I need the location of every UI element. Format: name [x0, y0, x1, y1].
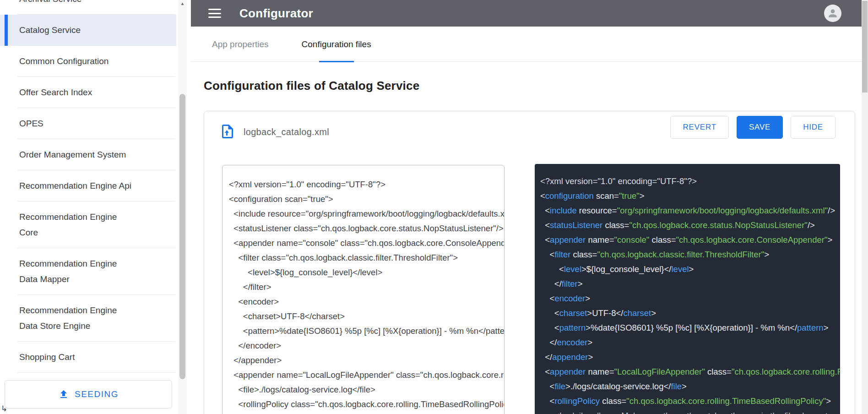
code-line: </appender>: [540, 350, 835, 365]
code-line: <?xml version="1.0" encoding="UTF-8"?>: [540, 174, 835, 189]
code-line: <file>./logs/catalog-service.log</file>: [540, 379, 835, 394]
upload-icon: [58, 389, 69, 400]
seeding-button[interactable]: SEEDING: [5, 380, 172, 409]
code-line: <!-- daily rollover. Make sure the path …: [540, 409, 835, 414]
code-line: <include resource="org/springframework/b…: [540, 203, 835, 218]
config-file-card: logback_catalog.xml REVERT SAVE HIDE <?x…: [204, 111, 855, 414]
code-line: </filter>: [540, 277, 835, 291]
sidebar-item-common-configuration[interactable]: Common Configuration: [0, 46, 176, 77]
sidebar-item-label: Order Management System: [19, 147, 126, 163]
sidebar-item-label: Recommendation Engine Data Mapper: [19, 256, 137, 287]
sidebar-item-label: OPES: [19, 116, 43, 131]
sidebar-item-label: Archival Service: [19, 0, 81, 7]
app-header: Configurator: [191, 0, 862, 27]
page-scrollbar[interactable]: [862, 0, 868, 414]
hamburger-menu-icon[interactable]: [208, 9, 221, 18]
page-scrollbar-thumb[interactable]: [862, 1, 868, 93]
service-list: Archival Service Catalog Service Common …: [0, 0, 176, 373]
hide-button[interactable]: HIDE: [791, 116, 835, 139]
sidebar-item-label: Common Configuration: [19, 54, 108, 69]
code-line: <rollingPolicy class="ch.qos.logback.cor…: [540, 394, 835, 409]
code-line: <encoder>: [540, 291, 835, 306]
sidebar-item-opes[interactable]: OPES: [0, 108, 176, 139]
file-name: logback_catalog.xml: [244, 127, 329, 137]
corner-artifact-icon: ↳: [1, 404, 7, 414]
sidebar-item-label: Recommendation Engine Api: [19, 178, 131, 194]
person-icon: [827, 7, 839, 19]
sidebar-item-label: Recommendation Engine Core: [19, 209, 118, 240]
card-actions: REVERT SAVE HIDE: [670, 116, 835, 139]
code-line: <appender name="LocalLogFileAppender" cl…: [540, 365, 835, 379]
sidebar-item-archival-service[interactable]: Archival Service: [0, 0, 176, 15]
code-line: <appender name="console" class="ch.qos.l…: [540, 233, 835, 247]
sidebar-item-label: Shopping Cart: [19, 349, 75, 365]
seeding-button-label: SEEDING: [75, 389, 119, 399]
code-line: </encoder>: [540, 335, 835, 350]
sidebar-item-catalog-service[interactable]: Catalog Service: [0, 15, 176, 46]
user-avatar[interactable]: [824, 5, 841, 22]
code-line: <charset>UTF-8</charset>: [540, 306, 835, 321]
sidebar-item-shopping-cart[interactable]: Shopping Cart: [0, 342, 176, 373]
sidebar-item-recommendation-engine-data-mapper[interactable]: Recommendation Engine Data Mapper: [0, 248, 176, 295]
tab-configuration-files[interactable]: Configuration files: [292, 27, 381, 62]
app-title: Configurator: [239, 0, 313, 27]
upload-file-icon: [219, 123, 236, 140]
scroll-up-arrow-icon[interactable]: ▲: [178, 1, 187, 6]
xml-syntax-preview: <?xml version="1.0" encoding="UTF-8"?><c…: [535, 164, 840, 414]
code-line: <pattern>%date{ISO8601} %5p [%c] [%X{ope…: [540, 321, 835, 335]
main-content: Configurator App properties Configuratio…: [191, 0, 862, 414]
page-title: Configuration files of Catalog Service: [204, 79, 419, 93]
sidebar-item-label: Catalog Service: [19, 22, 81, 38]
sidebar-item-offer-search-index[interactable]: Offer Search Index: [0, 77, 176, 108]
revert-button[interactable]: REVERT: [670, 116, 728, 139]
sidebar-item-order-management-system[interactable]: Order Management System: [0, 139, 176, 170]
sidebar-item-recommendation-engine-api[interactable]: Recommendation Engine Api: [0, 170, 176, 202]
code-line: <filter class="ch.qos.logback.classic.fi…: [540, 247, 835, 262]
save-button[interactable]: SAVE: [737, 116, 783, 139]
sidebar-scrollbar[interactable]: ▲: [178, 0, 187, 414]
code-line: <statusListener class="ch.qos.logback.co…: [540, 218, 835, 233]
sidebar: Archival Service Catalog Service Common …: [0, 0, 176, 414]
sidebar-scrollbar-thumb[interactable]: [179, 94, 185, 379]
sidebar-item-label: Offer Search Index: [19, 85, 92, 100]
tab-app-properties[interactable]: App properties: [202, 27, 279, 62]
code-line: <configuration scan="true">: [540, 189, 835, 203]
tab-bar: App properties Configuration files: [191, 27, 862, 62]
sidebar-item-label: Recommendation Engine Data Store Engine: [19, 303, 137, 334]
sidebar-item-recommendation-engine-core[interactable]: Recommendation Engine Core: [0, 202, 176, 248]
xml-editor-textarea[interactable]: [222, 165, 505, 414]
code-line: <level>${log_console_level}</level>: [540, 262, 835, 277]
sidebar-item-recommendation-engine-data-store-engine[interactable]: Recommendation Engine Data Store Engine: [0, 295, 176, 342]
